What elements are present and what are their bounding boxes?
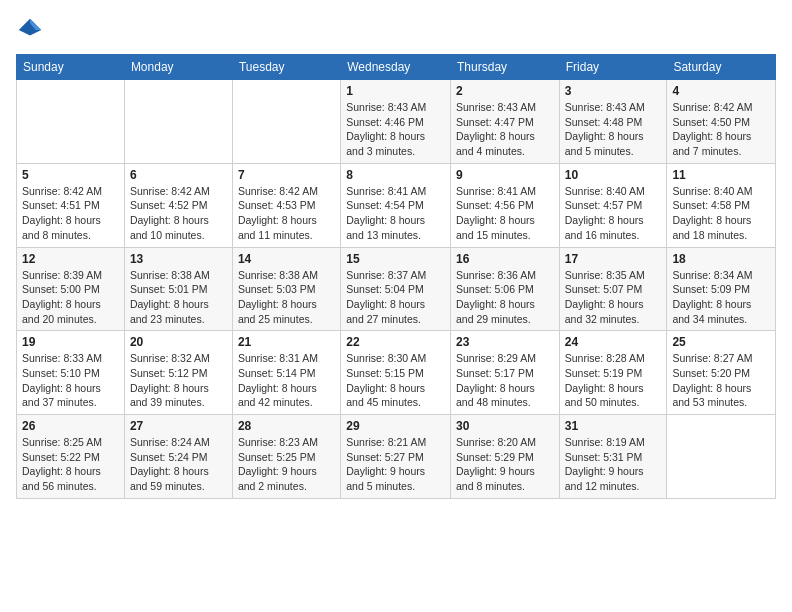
day-info: Sunrise: 8:27 AM Sunset: 5:20 PM Dayligh…: [672, 351, 770, 410]
calendar-cell: 28Sunrise: 8:23 AM Sunset: 5:25 PM Dayli…: [232, 415, 340, 499]
day-number: 11: [672, 168, 770, 182]
calendar-cell: 19Sunrise: 8:33 AM Sunset: 5:10 PM Dayli…: [17, 331, 125, 415]
day-info: Sunrise: 8:40 AM Sunset: 4:57 PM Dayligh…: [565, 184, 662, 243]
day-info: Sunrise: 8:20 AM Sunset: 5:29 PM Dayligh…: [456, 435, 554, 494]
day-number: 2: [456, 84, 554, 98]
calendar-cell: 27Sunrise: 8:24 AM Sunset: 5:24 PM Dayli…: [124, 415, 232, 499]
day-info: Sunrise: 8:43 AM Sunset: 4:48 PM Dayligh…: [565, 100, 662, 159]
day-info: Sunrise: 8:25 AM Sunset: 5:22 PM Dayligh…: [22, 435, 119, 494]
calendar-cell: 20Sunrise: 8:32 AM Sunset: 5:12 PM Dayli…: [124, 331, 232, 415]
day-info: Sunrise: 8:42 AM Sunset: 4:50 PM Dayligh…: [672, 100, 770, 159]
day-number: 31: [565, 419, 662, 433]
calendar-cell: 12Sunrise: 8:39 AM Sunset: 5:00 PM Dayli…: [17, 247, 125, 331]
calendar-cell: [667, 415, 776, 499]
calendar-cell: 15Sunrise: 8:37 AM Sunset: 5:04 PM Dayli…: [341, 247, 451, 331]
day-number: 21: [238, 335, 335, 349]
day-number: 22: [346, 335, 445, 349]
day-info: Sunrise: 8:34 AM Sunset: 5:09 PM Dayligh…: [672, 268, 770, 327]
day-number: 15: [346, 252, 445, 266]
day-info: Sunrise: 8:29 AM Sunset: 5:17 PM Dayligh…: [456, 351, 554, 410]
calendar-cell: 2Sunrise: 8:43 AM Sunset: 4:47 PM Daylig…: [451, 80, 560, 164]
calendar-cell: 3Sunrise: 8:43 AM Sunset: 4:48 PM Daylig…: [559, 80, 667, 164]
day-number: 3: [565, 84, 662, 98]
day-number: 29: [346, 419, 445, 433]
header: [16, 16, 776, 44]
calendar-cell: 16Sunrise: 8:36 AM Sunset: 5:06 PM Dayli…: [451, 247, 560, 331]
calendar-cell: [17, 80, 125, 164]
day-number: 30: [456, 419, 554, 433]
calendar-cell: 25Sunrise: 8:27 AM Sunset: 5:20 PM Dayli…: [667, 331, 776, 415]
page: SundayMondayTuesdayWednesdayThursdayFrid…: [0, 0, 792, 612]
week-row-4: 19Sunrise: 8:33 AM Sunset: 5:10 PM Dayli…: [17, 331, 776, 415]
day-info: Sunrise: 8:24 AM Sunset: 5:24 PM Dayligh…: [130, 435, 227, 494]
day-number: 10: [565, 168, 662, 182]
weekday-header-monday: Monday: [124, 55, 232, 80]
day-info: Sunrise: 8:35 AM Sunset: 5:07 PM Dayligh…: [565, 268, 662, 327]
calendar-cell: 9Sunrise: 8:41 AM Sunset: 4:56 PM Daylig…: [451, 163, 560, 247]
weekday-header-friday: Friday: [559, 55, 667, 80]
day-info: Sunrise: 8:31 AM Sunset: 5:14 PM Dayligh…: [238, 351, 335, 410]
day-info: Sunrise: 8:21 AM Sunset: 5:27 PM Dayligh…: [346, 435, 445, 494]
day-info: Sunrise: 8:36 AM Sunset: 5:06 PM Dayligh…: [456, 268, 554, 327]
day-number: 4: [672, 84, 770, 98]
calendar-cell: 14Sunrise: 8:38 AM Sunset: 5:03 PM Dayli…: [232, 247, 340, 331]
day-number: 14: [238, 252, 335, 266]
day-info: Sunrise: 8:40 AM Sunset: 4:58 PM Dayligh…: [672, 184, 770, 243]
calendar-cell: 31Sunrise: 8:19 AM Sunset: 5:31 PM Dayli…: [559, 415, 667, 499]
day-number: 17: [565, 252, 662, 266]
day-number: 18: [672, 252, 770, 266]
calendar-cell: 10Sunrise: 8:40 AM Sunset: 4:57 PM Dayli…: [559, 163, 667, 247]
day-number: 1: [346, 84, 445, 98]
day-info: Sunrise: 8:43 AM Sunset: 4:46 PM Dayligh…: [346, 100, 445, 159]
calendar-cell: 30Sunrise: 8:20 AM Sunset: 5:29 PM Dayli…: [451, 415, 560, 499]
day-number: 26: [22, 419, 119, 433]
calendar-cell: [232, 80, 340, 164]
calendar-cell: 17Sunrise: 8:35 AM Sunset: 5:07 PM Dayli…: [559, 247, 667, 331]
calendar-cell: 8Sunrise: 8:41 AM Sunset: 4:54 PM Daylig…: [341, 163, 451, 247]
day-number: 19: [22, 335, 119, 349]
day-info: Sunrise: 8:42 AM Sunset: 4:51 PM Dayligh…: [22, 184, 119, 243]
day-number: 27: [130, 419, 227, 433]
calendar-cell: 23Sunrise: 8:29 AM Sunset: 5:17 PM Dayli…: [451, 331, 560, 415]
day-number: 9: [456, 168, 554, 182]
day-info: Sunrise: 8:23 AM Sunset: 5:25 PM Dayligh…: [238, 435, 335, 494]
weekday-header-row: SundayMondayTuesdayWednesdayThursdayFrid…: [17, 55, 776, 80]
day-info: Sunrise: 8:42 AM Sunset: 4:52 PM Dayligh…: [130, 184, 227, 243]
day-number: 12: [22, 252, 119, 266]
week-row-5: 26Sunrise: 8:25 AM Sunset: 5:22 PM Dayli…: [17, 415, 776, 499]
calendar-cell: 1Sunrise: 8:43 AM Sunset: 4:46 PM Daylig…: [341, 80, 451, 164]
day-number: 28: [238, 419, 335, 433]
day-number: 8: [346, 168, 445, 182]
calendar-cell: 24Sunrise: 8:28 AM Sunset: 5:19 PM Dayli…: [559, 331, 667, 415]
day-info: Sunrise: 8:42 AM Sunset: 4:53 PM Dayligh…: [238, 184, 335, 243]
day-info: Sunrise: 8:30 AM Sunset: 5:15 PM Dayligh…: [346, 351, 445, 410]
day-info: Sunrise: 8:39 AM Sunset: 5:00 PM Dayligh…: [22, 268, 119, 327]
day-number: 13: [130, 252, 227, 266]
calendar-table: SundayMondayTuesdayWednesdayThursdayFrid…: [16, 54, 776, 499]
day-info: Sunrise: 8:43 AM Sunset: 4:47 PM Dayligh…: [456, 100, 554, 159]
week-row-3: 12Sunrise: 8:39 AM Sunset: 5:00 PM Dayli…: [17, 247, 776, 331]
day-number: 23: [456, 335, 554, 349]
calendar-cell: 4Sunrise: 8:42 AM Sunset: 4:50 PM Daylig…: [667, 80, 776, 164]
calendar-cell: 7Sunrise: 8:42 AM Sunset: 4:53 PM Daylig…: [232, 163, 340, 247]
calendar-cell: 11Sunrise: 8:40 AM Sunset: 4:58 PM Dayli…: [667, 163, 776, 247]
weekday-header-thursday: Thursday: [451, 55, 560, 80]
calendar-cell: 29Sunrise: 8:21 AM Sunset: 5:27 PM Dayli…: [341, 415, 451, 499]
day-number: 20: [130, 335, 227, 349]
day-number: 7: [238, 168, 335, 182]
day-info: Sunrise: 8:38 AM Sunset: 5:01 PM Dayligh…: [130, 268, 227, 327]
day-info: Sunrise: 8:19 AM Sunset: 5:31 PM Dayligh…: [565, 435, 662, 494]
day-info: Sunrise: 8:33 AM Sunset: 5:10 PM Dayligh…: [22, 351, 119, 410]
calendar-cell: 5Sunrise: 8:42 AM Sunset: 4:51 PM Daylig…: [17, 163, 125, 247]
logo-icon: [16, 16, 44, 44]
day-info: Sunrise: 8:41 AM Sunset: 4:56 PM Dayligh…: [456, 184, 554, 243]
logo: [16, 16, 48, 44]
weekday-header-saturday: Saturday: [667, 55, 776, 80]
weekday-header-tuesday: Tuesday: [232, 55, 340, 80]
calendar-cell: 22Sunrise: 8:30 AM Sunset: 5:15 PM Dayli…: [341, 331, 451, 415]
calendar-cell: 21Sunrise: 8:31 AM Sunset: 5:14 PM Dayli…: [232, 331, 340, 415]
day-info: Sunrise: 8:37 AM Sunset: 5:04 PM Dayligh…: [346, 268, 445, 327]
calendar-cell: 13Sunrise: 8:38 AM Sunset: 5:01 PM Dayli…: [124, 247, 232, 331]
day-number: 5: [22, 168, 119, 182]
weekday-header-sunday: Sunday: [17, 55, 125, 80]
